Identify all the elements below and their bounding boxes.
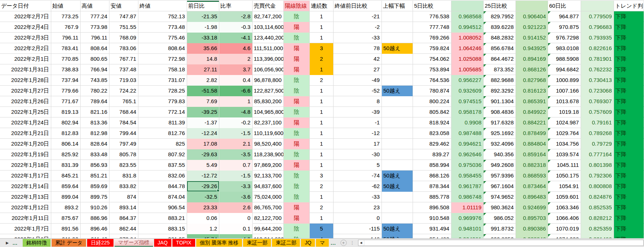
cell-change[interactable]: 14.8 [187, 54, 219, 64]
cell-r5[interactable]: 0.986748 [451, 192, 484, 202]
cell-date[interactable]: 2022年1月6日 [0, 234, 51, 238]
cell-range50[interactable]: 50越え [382, 86, 413, 96]
header-r60[interactable] [581, 1, 614, 11]
cell-volume[interactable]: 123,440,200 [253, 33, 284, 43]
cell-r60[interactable]: 0.821466 [581, 234, 614, 238]
cell-high[interactable]: 859.69 [81, 181, 109, 192]
header-r25[interactable] [516, 1, 548, 11]
cell-volume[interactable]: 111,511,000 [253, 43, 284, 54]
cell-r60[interactable]: 0.828212 [581, 213, 614, 224]
cell-low[interactable]: 797.49 [109, 139, 138, 149]
cell-streak[interactable]: 1 [310, 160, 334, 171]
cell-trend[interactable]: 下降 [614, 22, 644, 33]
cell-volume[interactable]: 122,827,500 [253, 86, 284, 96]
cell-pct[interactable]: -3.6 [219, 192, 253, 202]
cell-volume[interactable]: 82,237,100 [253, 117, 284, 128]
cell-volume[interactable]: 110,119,600 [253, 128, 284, 139]
cell-close_diff[interactable]: 8 [334, 96, 382, 107]
cell-streak[interactable]: 1 [310, 33, 334, 43]
cell-volume[interactable]: 113,396,000 [253, 54, 284, 64]
cell-close[interactable]: 883.21 [138, 213, 187, 224]
cell-d5[interactable]: 800.224 [413, 96, 451, 107]
cell-close[interactable]: 773.48 [138, 22, 187, 33]
cell-pct[interactable]: 2 [219, 54, 253, 64]
cell-close[interactable]: 752.13 [138, 11, 187, 22]
header-d60[interactable]: 60日比 [548, 1, 581, 11]
cell-low[interactable]: 864.37 [109, 213, 138, 224]
cell-d60[interactable]: 1019.18 [548, 107, 581, 117]
scrollbar-track[interactable] [364, 240, 643, 246]
cell-volume[interactable]: 103,114,600 [253, 22, 284, 33]
cell-d5[interactable]: 823.058 [413, 128, 451, 139]
cell-open[interactable]: 845.21 [51, 171, 81, 181]
cell-low[interactable]: 719.03 [109, 75, 138, 86]
cell-open[interactable]: 770.85 [51, 54, 81, 64]
cell-streak[interactable]: 1 [310, 117, 334, 128]
cell-r5[interactable]: 0.994621 [451, 139, 484, 149]
cell-d60[interactable]: 1059.601 [548, 192, 581, 202]
cell-open[interactable]: 825.92 [51, 149, 81, 160]
cell-high[interactable]: 828.64 [81, 139, 109, 149]
cell-d5[interactable]: 776.538 [413, 11, 451, 22]
cell-open[interactable]: 859.64 [51, 181, 81, 192]
cell-r60[interactable]: 0.723068 [581, 86, 614, 96]
cell-close_diff[interactable]: -33 [334, 192, 382, 202]
cell-date[interactable]: 2022年1月25日 [0, 107, 51, 117]
cell-streak[interactable]: 1 [310, 149, 334, 160]
cell-d5[interactable]: 954.488 [413, 234, 451, 238]
cell-pct[interactable]: -0.3 [219, 22, 253, 33]
cell-change[interactable]: -29.63 [187, 149, 219, 160]
cell-pct[interactable]: -4.9 [219, 234, 253, 238]
cell-r60[interactable]: 0.852535 [581, 202, 614, 213]
sheet-tab-マザーズ指標[interactable]: マザーズ指標 [115, 239, 153, 247]
cell-open[interactable]: 773.25 [51, 11, 81, 22]
cell-pct[interactable]: 0.4 [219, 75, 253, 86]
cell-volume[interactable]: 99,644,200 [253, 224, 284, 234]
cell-d25[interactable]: 940.356 [484, 149, 516, 160]
cell-r5[interactable]: 0.961787 [451, 181, 484, 192]
cell-candle[interactable]: 陰 [284, 33, 310, 43]
cell-r60[interactable]: 0.789268 [581, 128, 614, 139]
cell-low[interactable]: 783.06 [109, 43, 138, 54]
cell-r25[interactable]: 0.906404 [516, 11, 548, 22]
cell-d5[interactable]: 805.842 [413, 107, 451, 117]
cell-d5[interactable]: 829.462 [413, 139, 451, 149]
cell-r5[interactable]: 0.968568 [451, 11, 484, 22]
cell-volume[interactable]: 82,747,200 [253, 11, 284, 22]
cell-range50[interactable] [382, 139, 413, 149]
cell-candle[interactable]: 陰 [284, 224, 310, 234]
cell-d5[interactable]: 764.536 [413, 75, 451, 86]
cell-low[interactable]: 737.48 [109, 64, 138, 75]
cell-range50[interactable] [382, 22, 413, 33]
cell-candle[interactable]: 陰 [284, 234, 310, 238]
cell-d25[interactable]: 901.1304 [484, 96, 516, 107]
header-d5[interactable]: 5日比較 [413, 1, 451, 11]
cell-change[interactable]: 1.2 [187, 224, 219, 234]
cell-high[interactable]: 743.85 [81, 75, 109, 86]
cell-r5[interactable]: 0.969976 [451, 213, 484, 224]
cell-candle[interactable]: 陽 [284, 139, 310, 149]
cell-range50[interactable]: 50越え [382, 234, 413, 238]
cell-change[interactable]: -1.37 [187, 117, 219, 128]
cell-change[interactable]: 5.49 [187, 160, 219, 171]
cell-change[interactable]: -21.35 [187, 11, 219, 22]
cell-open[interactable]: 737.94 [51, 75, 81, 86]
cell-open[interactable]: 802.94 [51, 117, 81, 128]
header-close_diff[interactable]: 終値前日比較 [334, 1, 382, 11]
cell-pct[interactable]: -2.8 [219, 11, 253, 22]
cell-change[interactable]: -33.18 [187, 33, 219, 43]
cell-trend[interactable]: 下降 [614, 33, 644, 43]
cell-date[interactable]: 2022年1月19日 [0, 149, 51, 160]
cell-d5[interactable]: 769.266 [413, 33, 451, 43]
header-pct[interactable]: 比率 [219, 1, 253, 11]
cell-date[interactable]: 2022年2月7日 [0, 11, 51, 22]
cell-open[interactable]: 767.9 [51, 22, 81, 33]
cell-high[interactable]: 856.93 [81, 160, 109, 171]
cell-d60[interactable]: 964.877 [548, 11, 581, 22]
cell-r25[interactable]: 0.914152 [516, 33, 548, 43]
cell-d25[interactable]: 986.052 [484, 213, 516, 224]
cell-change[interactable]: -39.25 [187, 107, 219, 117]
cell-range50[interactable]: 50越え [382, 43, 413, 54]
cell-range50[interactable] [382, 149, 413, 160]
header-d25[interactable]: 25日比較 [484, 1, 516, 11]
